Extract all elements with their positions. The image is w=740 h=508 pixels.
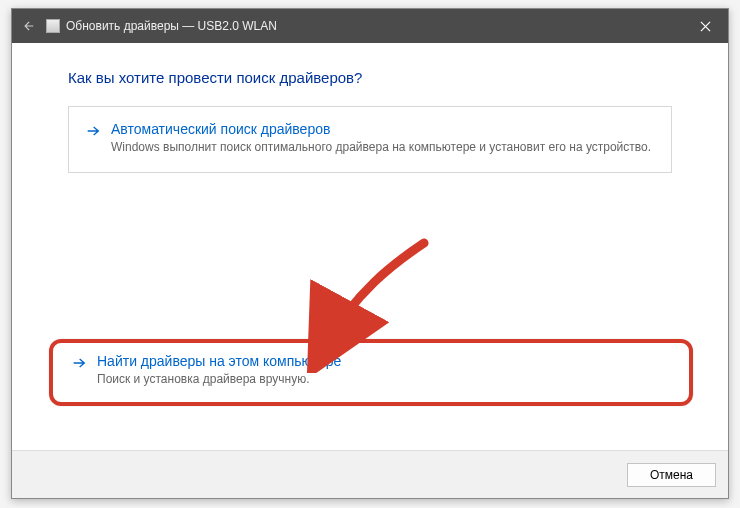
arrow-left-icon (21, 19, 35, 33)
close-button[interactable] (682, 9, 728, 43)
titlebar: Обновить драйверы — USB2.0 WLAN (12, 9, 728, 43)
window-title: Обновить драйверы — USB2.0 WLAN (66, 19, 277, 33)
content-area: Как вы хотите провести поиск драйверов? … (12, 43, 728, 450)
arrow-right-icon (85, 123, 101, 143)
device-icon (46, 19, 60, 33)
option-manual-title: Найти драйверы на этом компьютере (97, 353, 341, 369)
option-auto-title: Автоматический поиск драйверов (111, 121, 651, 137)
cancel-button[interactable]: Отмена (627, 463, 716, 487)
driver-update-dialog: Обновить драйверы — USB2.0 WLAN Как вы х… (11, 8, 729, 499)
footer: Отмена (12, 450, 728, 498)
option-manual-desc: Поиск и установка драйвера вручную. (97, 371, 341, 388)
close-icon (700, 21, 711, 32)
arrow-right-icon (71, 355, 87, 375)
back-button[interactable] (12, 9, 44, 43)
option-auto-desc: Windows выполнит поиск оптимального драй… (111, 139, 651, 156)
option-manual-highlight: Найти драйверы на этом компьютере Поиск … (49, 339, 693, 406)
option-manual-search[interactable]: Найти драйверы на этом компьютере Поиск … (71, 353, 671, 388)
option-auto-search[interactable]: Автоматический поиск драйверов Windows в… (68, 106, 672, 173)
page-heading: Как вы хотите провести поиск драйверов? (68, 69, 688, 86)
